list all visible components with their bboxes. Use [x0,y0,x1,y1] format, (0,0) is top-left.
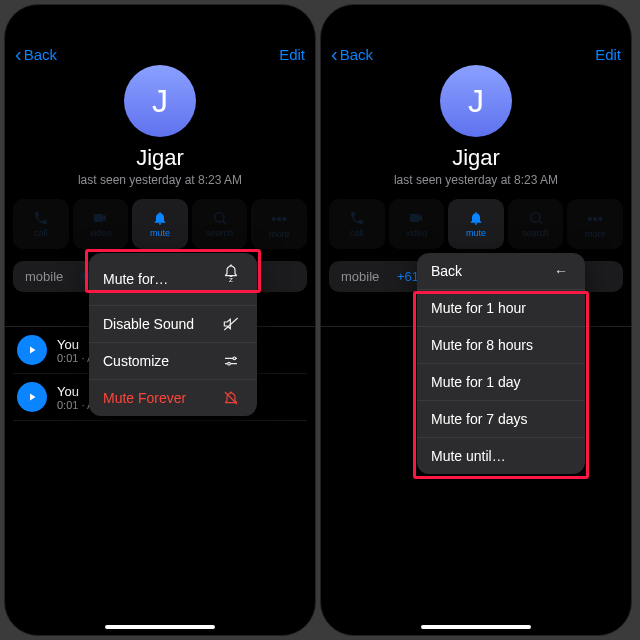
mute-until-item[interactable]: Mute until… [417,438,585,474]
mute-1h-item[interactable]: Mute for 1 hour [417,290,585,327]
mute-1d-item[interactable]: Mute for 1 day [417,364,585,401]
call-button[interactable]: call [329,199,385,249]
disable-label: Disable Sound [103,316,194,332]
popup-back-label: Back [431,263,462,279]
contact-status: last seen yesterday at 8:23 AM [78,173,242,187]
search-icon [212,210,228,226]
profile-header: J Jigar last seen yesterday at 8:23 AM [5,65,315,187]
avatar[interactable]: J [440,65,512,137]
profile-header: J Jigar last seen yesterday at 8:23 AM [321,65,631,187]
action-row: call video mute search ••• more [5,187,315,257]
svg-point-3 [530,213,539,222]
notch [411,5,541,27]
notch [95,5,225,27]
search-label: search [206,228,233,238]
mute-button[interactable]: mute [132,199,188,249]
edit-button[interactable]: Edit [595,46,621,63]
call-label: call [350,228,364,238]
mute-popup: Mute for… z Disable Sound Customize Mute… [89,253,257,416]
avatar-initial: J [468,83,484,120]
edit-button[interactable]: Edit [279,46,305,63]
mute-until-label: Mute until… [431,448,506,464]
action-row: call video mute search •••more [321,187,631,257]
bell-icon [468,210,484,226]
search-icon [528,210,544,226]
mute-label: mute [150,228,170,238]
speaker-off-icon [223,316,243,332]
play-icon[interactable] [17,382,47,412]
mute-for-item[interactable]: Mute for… z [89,253,257,306]
mute-duration-popup: Back ← Mute for 1 hour Mute for 8 hours … [417,253,585,474]
video-label: video [90,228,112,238]
mute-8h-label: Mute for 8 hours [431,337,533,353]
home-indicator [105,625,215,629]
contact-name: Jigar [452,145,500,171]
forever-label: Mute Forever [103,390,186,406]
mute-7d-item[interactable]: Mute for 7 days [417,401,585,438]
search-button[interactable]: search [508,199,564,249]
more-icon: ••• [587,210,603,227]
mute-button[interactable]: mute [448,199,504,249]
phone-right: ‹ Back Edit J Jigar last seen yesterday … [320,4,632,636]
popup-back-item[interactable]: Back ← [417,253,585,290]
avatar-initial: J [152,83,168,120]
svg-point-2 [228,362,231,365]
customize-item[interactable]: Customize [89,343,257,380]
mobile-label: mobile [25,269,73,284]
mobile-label: mobile [341,269,389,284]
video-button[interactable]: video [389,199,445,249]
chevron-left-icon: ‹ [15,44,22,64]
sliders-icon [223,353,243,369]
video-label: video [406,228,428,238]
more-button[interactable]: •••more [567,199,623,249]
mute-7d-label: Mute for 7 days [431,411,528,427]
home-indicator [421,625,531,629]
mute-label: mute [466,228,486,238]
play-icon[interactable] [17,335,47,365]
svg-point-1 [233,357,236,360]
mute-for-label: Mute for… [103,271,168,287]
call-button[interactable]: call [13,199,69,249]
contact-name: Jigar [136,145,184,171]
more-label: more [269,229,290,239]
customize-label: Customize [103,353,169,369]
phone-left: ‹ Back Edit J Jigar last seen yesterday … [4,4,316,636]
mute-bell-icon: z [223,263,243,295]
arrow-left-icon: ← [551,263,571,279]
avatar[interactable]: J [124,65,196,137]
mute-forever-item[interactable]: Mute Forever [89,380,257,416]
bell-slash-icon [223,390,243,406]
contact-status: last seen yesterday at 8:23 AM [394,173,558,187]
back-label: Back [24,46,57,63]
disable-sound-item[interactable]: Disable Sound [89,306,257,343]
call-label: call [34,228,48,238]
phone-icon [349,210,365,226]
bell-icon [152,210,168,226]
mute-1h-label: Mute for 1 hour [431,300,526,316]
more-button[interactable]: ••• more [251,199,307,249]
back-button[interactable]: ‹ Back [15,44,57,64]
mute-8h-item[interactable]: Mute for 8 hours [417,327,585,364]
back-button[interactable]: ‹ Back [331,44,373,64]
phone-icon [33,210,49,226]
back-label: Back [340,46,373,63]
mute-1d-label: Mute for 1 day [431,374,521,390]
more-label: more [585,229,606,239]
search-button[interactable]: search [192,199,248,249]
more-icon: ••• [271,210,287,227]
video-icon [92,210,108,226]
chevron-left-icon: ‹ [331,44,338,64]
video-icon [408,210,424,226]
video-button[interactable]: video [73,199,129,249]
search-label: search [522,228,549,238]
svg-point-0 [214,213,223,222]
